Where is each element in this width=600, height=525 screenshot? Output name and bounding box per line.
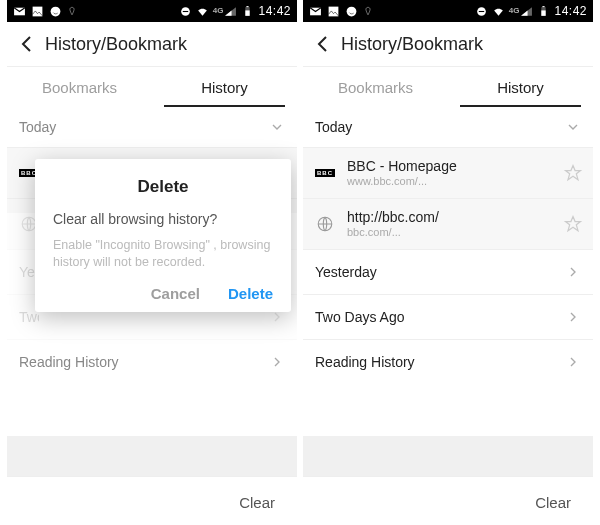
svg-rect-13 — [479, 10, 484, 11]
chevron-right-icon — [565, 264, 581, 280]
chevron-right-icon — [565, 309, 581, 325]
signal-icon — [224, 5, 237, 18]
network-type: 4G — [213, 7, 224, 15]
status-bar: 4G 14:42 — [303, 0, 593, 22]
section-two-days-label: Two Days Ago — [315, 309, 405, 325]
clear-button[interactable]: Clear — [535, 494, 571, 511]
app-header: History/Bookmark — [303, 22, 593, 67]
dialog-message: Clear all browsing history? — [53, 211, 273, 227]
history-item-url: bbc.com/... — [347, 226, 553, 239]
whatsapp-icon — [49, 5, 62, 18]
dialog-title: Delete — [53, 177, 273, 197]
page-title: History/Bookmark — [45, 34, 187, 55]
tab-bookmarks-label: Bookmarks — [338, 79, 413, 96]
history-item[interactable]: BBC BBC - Homepage www.bbc.com/... — [303, 148, 593, 198]
tab-history[interactable]: History — [152, 67, 297, 107]
status-clock: 14:42 — [258, 4, 291, 18]
empty-area — [7, 436, 297, 476]
tabs: Bookmarks History — [303, 67, 593, 107]
section-yesterday-label: Yesterday — [315, 264, 377, 280]
status-clock: 14:42 — [554, 4, 587, 18]
clear-button[interactable]: Clear — [239, 494, 275, 511]
gmail-icon — [309, 5, 322, 18]
star-icon[interactable] — [563, 163, 583, 183]
cancel-button[interactable]: Cancel — [151, 285, 200, 302]
favicon-bbc: BBC — [313, 165, 337, 181]
history-item-url: www.bbc.com/... — [347, 175, 553, 188]
section-today[interactable]: Today — [303, 107, 593, 147]
section-reading-label: Reading History — [19, 354, 119, 370]
battery-icon — [241, 5, 254, 18]
section-reading[interactable]: Reading History — [7, 340, 297, 384]
svg-rect-15 — [542, 10, 546, 15]
status-bar: 4G 14:42 — [7, 0, 297, 22]
location-icon — [67, 5, 77, 18]
svg-rect-0 — [33, 6, 43, 16]
star-icon[interactable] — [563, 214, 583, 234]
app-header: History/Bookmark — [7, 22, 297, 67]
history-item[interactable]: http://bbc.com/ bbc.com/... — [303, 199, 593, 249]
gmail-icon — [13, 5, 26, 18]
history-item-title: BBC - Homepage — [347, 158, 553, 175]
dnd-icon — [475, 5, 488, 18]
wifi-icon — [492, 5, 505, 18]
svg-point-1 — [51, 6, 61, 16]
section-today-label: Today — [315, 119, 352, 135]
whatsapp-icon — [345, 5, 358, 18]
globe-icon — [313, 216, 337, 232]
svg-rect-5 — [246, 10, 250, 15]
dnd-icon — [179, 5, 192, 18]
dialog-hint: Enable "Incognito Browsing" , browsing h… — [53, 237, 273, 271]
wifi-icon — [196, 5, 209, 18]
chevron-right-icon — [565, 354, 581, 370]
image-icon — [31, 5, 44, 18]
history-item-title: http://bbc.com/ — [347, 209, 553, 226]
delete-dialog: Delete Clear all browsing history? Enabl… — [35, 159, 291, 312]
empty-area — [303, 436, 593, 476]
svg-rect-10 — [329, 6, 339, 16]
svg-rect-6 — [247, 6, 249, 7]
footer-bar: Clear — [7, 476, 297, 525]
signal-icon — [520, 5, 533, 18]
section-two-days[interactable]: Two Days Ago — [303, 295, 593, 339]
tabs: Bookmarks History — [7, 67, 297, 107]
svg-rect-16 — [543, 6, 545, 7]
chevron-down-icon — [269, 119, 285, 135]
phone-screen-left: 4G 14:42 History/Bookmark Bookmarks Hist… — [7, 0, 297, 525]
phone-screen-right: 4G 14:42 History/Bookmark Bookmarks Hist… — [303, 0, 593, 525]
delete-button[interactable]: Delete — [228, 285, 273, 302]
page-title: History/Bookmark — [341, 34, 483, 55]
battery-icon — [537, 5, 550, 18]
chevron-right-icon — [269, 354, 285, 370]
back-icon[interactable] — [15, 32, 39, 56]
chevron-down-icon — [565, 119, 581, 135]
tab-history-label: History — [497, 79, 544, 96]
tab-history[interactable]: History — [448, 67, 593, 107]
location-icon — [363, 5, 373, 18]
svg-point-11 — [347, 6, 357, 16]
section-reading[interactable]: Reading History — [303, 340, 593, 384]
tab-history-label: History — [201, 79, 248, 96]
image-icon — [327, 5, 340, 18]
section-reading-label: Reading History — [315, 354, 415, 370]
tab-bookmarks[interactable]: Bookmarks — [303, 67, 448, 107]
back-icon[interactable] — [311, 32, 335, 56]
section-today[interactable]: Today — [7, 107, 297, 147]
footer-bar: Clear — [303, 476, 593, 525]
network-type: 4G — [509, 7, 520, 15]
section-today-label: Today — [19, 119, 56, 135]
tab-bookmarks-label: Bookmarks — [42, 79, 117, 96]
tab-bookmarks[interactable]: Bookmarks — [7, 67, 152, 107]
svg-rect-3 — [183, 10, 188, 11]
section-yesterday[interactable]: Yesterday — [303, 250, 593, 294]
